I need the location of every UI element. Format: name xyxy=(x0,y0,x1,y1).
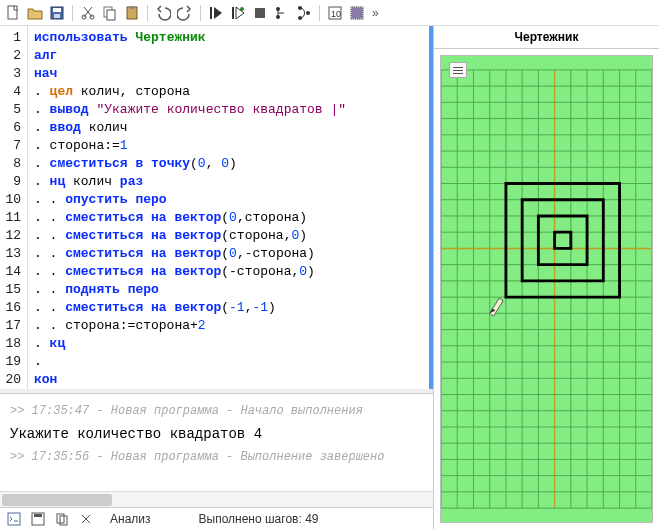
paste-icon[interactable] xyxy=(123,4,141,22)
toolbar-separator xyxy=(319,5,320,21)
svg-text:10: 10 xyxy=(331,9,341,19)
canvas-menu-icon[interactable] xyxy=(449,62,467,78)
stop-icon[interactable] xyxy=(251,4,269,22)
svg-rect-10 xyxy=(210,7,212,19)
cut-icon[interactable] xyxy=(79,4,97,22)
svg-rect-21 xyxy=(351,7,363,19)
console-user-line: Укажите количество квадратов 4 xyxy=(10,426,423,442)
status-bar: Анализ Выполнено шагов: 49 xyxy=(0,507,433,529)
copy-small-icon[interactable] xyxy=(54,511,70,527)
new-icon[interactable] xyxy=(4,4,22,22)
svg-rect-25 xyxy=(34,514,42,517)
console-toggle-icon[interactable] xyxy=(6,511,22,527)
svg-rect-11 xyxy=(232,7,234,19)
console-system-line: >> 17:35:56 - Новая программа - Выполнен… xyxy=(10,450,423,464)
copy-icon[interactable] xyxy=(101,4,119,22)
fill-icon[interactable] xyxy=(348,4,366,22)
redo-icon[interactable] xyxy=(176,4,194,22)
run-icon[interactable] xyxy=(207,4,225,22)
svg-point-17 xyxy=(306,11,310,15)
run-step-icon[interactable] xyxy=(229,4,247,22)
svg-rect-3 xyxy=(54,14,60,18)
svg-rect-23 xyxy=(8,513,20,525)
code-editor[interactable]: 1234567891011121314151617181920212223 ис… xyxy=(0,26,433,389)
toolbar-separator xyxy=(200,5,201,21)
svg-rect-9 xyxy=(130,6,134,9)
drawer-title: Чертежник xyxy=(434,26,659,49)
open-icon[interactable] xyxy=(26,4,44,22)
save-small-icon[interactable] xyxy=(30,511,46,527)
svg-rect-0 xyxy=(8,6,17,19)
svg-point-12 xyxy=(240,7,244,11)
horizontal-scrollbar[interactable] xyxy=(0,491,433,507)
svg-rect-13 xyxy=(255,8,265,18)
toolbar-separator xyxy=(72,5,73,21)
undo-icon[interactable] xyxy=(154,4,172,22)
clear-small-icon[interactable] xyxy=(78,511,94,527)
drawer-canvas[interactable] xyxy=(440,55,653,523)
code-area[interactable]: использовать Чертежникалгнач. цел колич,… xyxy=(28,26,429,389)
svg-rect-7 xyxy=(107,10,115,20)
svg-rect-2 xyxy=(53,8,61,12)
console-system-line: >> 17:35:47 - Новая программа - Начало в… xyxy=(10,404,423,418)
step-over-icon[interactable] xyxy=(273,4,291,22)
status-steps: Выполнено шагов: 49 xyxy=(199,512,319,526)
output-console[interactable]: >> 17:35:47 - Новая программа - Начало в… xyxy=(0,393,433,491)
toolbar-separator xyxy=(147,5,148,21)
toggle-grid-icon[interactable]: 10 xyxy=(326,4,344,22)
main-toolbar: 10 » xyxy=(0,0,659,26)
save-icon[interactable] xyxy=(48,4,66,22)
toolbar-overflow-icon[interactable]: » xyxy=(370,6,381,20)
step-into-icon[interactable] xyxy=(295,4,313,22)
line-gutter: 1234567891011121314151617181920212223 xyxy=(0,26,28,389)
status-analysis[interactable]: Анализ xyxy=(110,512,151,526)
